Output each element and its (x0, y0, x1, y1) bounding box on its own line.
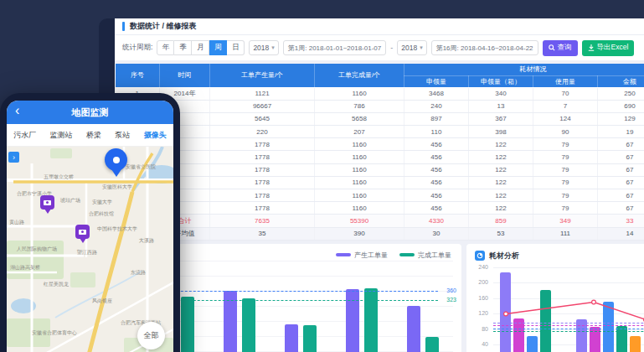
table-cell: 1778 (210, 202, 315, 215)
table-row: 7177811604561227967 (116, 163, 644, 176)
phone-tab-active[interactable]: 摄像头 (144, 130, 167, 141)
table-cell: 1160 (315, 138, 404, 151)
phone-tab-item[interactable]: 泵站 (115, 130, 130, 141)
map-label: 合肥科技馆 (89, 210, 114, 217)
table-cell: 456 (404, 163, 469, 176)
table-cell: 1160 (315, 202, 404, 215)
table-cell: 67 (598, 163, 644, 176)
period-option[interactable]: 月 (192, 40, 209, 55)
table-cell: 1160 (315, 163, 404, 176)
table-cell: 456 (404, 202, 469, 215)
search-button[interactable]: 查询 (543, 40, 578, 56)
period-option[interactable]: 日 (227, 40, 245, 55)
table-cell: 67 (598, 176, 644, 189)
start-year-value: 2018 (253, 44, 269, 52)
table-cell: 122 (469, 138, 533, 151)
column-header: 时间 (160, 64, 210, 87)
period-option[interactable]: 周 (209, 40, 227, 55)
search-icon (549, 44, 555, 51)
table-cell: 55390 (315, 215, 404, 227)
end-year-select[interactable]: 2018 ▾ (397, 40, 426, 55)
table-row: 5177811604561227967 (116, 138, 644, 151)
table-cell: 1160 (315, 176, 404, 189)
map-label: 红星美凯龙 (43, 281, 69, 287)
table-cell: 122 (469, 176, 533, 189)
table-cell: 67 (598, 189, 644, 202)
bar (285, 324, 298, 352)
screenshot-stage: 数据统计 / 维修报表 统计周期: 年季月周日 2018 ▾ 第1周: 2018… (0, 0, 644, 352)
pin-tail (111, 169, 121, 177)
period-option[interactable]: 年 (157, 40, 174, 55)
map-label: 安徽省合肥体育中心 (32, 329, 77, 336)
export-excel-button[interactable]: 导出Excel (582, 40, 635, 56)
map-label: 安徽省立医院 (126, 163, 156, 170)
table-cell: 456 (404, 189, 469, 202)
chart-title: 耗材分析 (489, 251, 519, 261)
table-cell: 690 (598, 100, 644, 112)
all-filter-button[interactable]: 全部 (137, 322, 165, 349)
chart-header: 耗材分析 (475, 251, 519, 261)
start-week-input[interactable]: 第1周: 2018-01-01~2018-01-07 (283, 40, 386, 55)
table-cell: 1778 (210, 163, 315, 176)
table-cell: 79 (533, 163, 598, 176)
map-view[interactable]: 安徽省立医院五里墩立交桥安徽医科大学合肥市宁溪小学琥珀广场安徽大学合肥科技馆黄山… (7, 147, 173, 352)
camera-pin[interactable] (40, 195, 54, 214)
table-cell: 1160 (315, 189, 404, 202)
map-label: 大溪路 (139, 237, 154, 244)
map-label: 望江西路 (76, 249, 97, 256)
table-cell: 70 (533, 87, 598, 100)
table-cell: 122 (469, 202, 533, 215)
selected-camera-pin[interactable] (105, 148, 127, 177)
table-cell: 53 (469, 227, 533, 240)
table-row: 9177811604561227967 (116, 189, 644, 202)
table-cell: 1121 (210, 87, 315, 100)
table-row: 10177811604561227967 (116, 202, 644, 215)
range-separator: - (390, 44, 393, 52)
table-cell: 79 (533, 189, 598, 202)
legend-item[interactable]: 产生工单量 (336, 251, 388, 260)
column-header: 工单产生量/个 (210, 64, 315, 87)
table-cell: 90 (533, 126, 598, 138)
table-row: 356455658897367124129 (116, 112, 644, 125)
period-segment: 年季月周日 (157, 40, 245, 55)
camera-pin[interactable] (75, 225, 90, 243)
pie-chart-icon (475, 251, 485, 261)
pin-tail (44, 209, 51, 214)
table-cell: 1778 (210, 151, 315, 163)
average-row: 平均值35390305311114 (116, 227, 644, 240)
phone-tab-item[interactable]: 监测站 (50, 130, 73, 141)
bar (181, 297, 194, 352)
phone-tab-item[interactable]: 桥梁 (86, 130, 101, 141)
table-cell: 398 (469, 126, 533, 138)
map-label: 安徽医科大学 (102, 184, 132, 190)
end-week-input[interactable]: 第16周: 2018-04-16~2018-04-22 (431, 40, 538, 55)
table-cell: 250 (598, 87, 644, 100)
table-cell: 5658 (315, 112, 404, 125)
table-cell: 14 (598, 227, 644, 240)
phone-tab-item[interactable]: 污水厂 (13, 130, 36, 141)
expand-panel-button[interactable]: › (8, 152, 19, 163)
start-year-select[interactable]: 2018 ▾ (249, 40, 278, 55)
reference-line-label: 360 (446, 287, 456, 293)
pin-head (105, 148, 127, 171)
table-cell: 349 (533, 215, 598, 227)
table-cell: 1778 (210, 189, 315, 202)
map-label: 中国科学技术大学 (97, 225, 137, 232)
legend-item[interactable]: 完成工单量 (399, 251, 451, 260)
bar (407, 306, 420, 352)
total-row: 合计763555390433085934933 (116, 215, 644, 227)
back-chevron-icon[interactable]: ‹ (15, 103, 19, 118)
table-cell: 4330 (404, 215, 469, 227)
map-label: 人民国际购物广场 (16, 246, 57, 252)
table-cell: 110 (404, 126, 469, 138)
table-cell: 79 (533, 151, 598, 163)
table-cell: 67 (598, 138, 644, 151)
pin-tail (80, 238, 86, 243)
column-header: 工单完成量/个 (315, 64, 404, 87)
period-option[interactable]: 季 (174, 40, 192, 55)
table-cell: 13 (469, 100, 533, 112)
phone-page-title: 地图监测 (72, 106, 109, 119)
table-row: 296667786240137690 (116, 100, 644, 112)
map-park (70, 272, 95, 287)
breadcrumb: 数据统计 / 维修报表 (115, 18, 644, 35)
